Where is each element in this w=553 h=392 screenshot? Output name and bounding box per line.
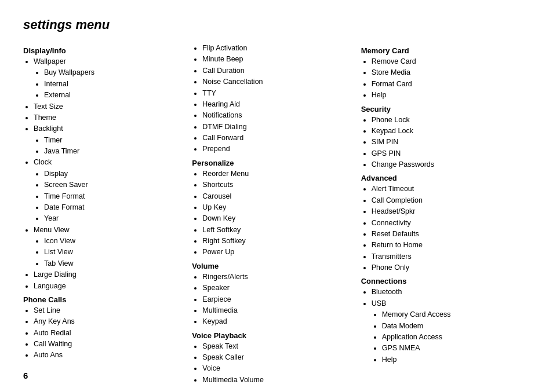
list-item: Right Softkey [202, 236, 355, 247]
list-item: TTY [202, 88, 355, 99]
list-item: Set Line [34, 305, 186, 316]
page-title: settings menu [23, 17, 530, 32]
list-item: Large Dialing [34, 269, 186, 280]
list-item: Tab View [44, 258, 186, 269]
list-item: Notifications [202, 110, 355, 121]
list-item: List View [44, 247, 186, 258]
list-item: Speak Text [202, 341, 355, 352]
section-title: Advanced [361, 174, 524, 182]
list-item: Up Key [202, 202, 355, 213]
list-item: Speaker [202, 283, 355, 294]
list-item: Help [382, 354, 524, 365]
list-item: Minute Beep [202, 54, 355, 65]
section-title: Display/Info [23, 46, 186, 55]
section-title: Memory Card [361, 46, 524, 55]
list-item: DTMF Dialing [202, 122, 355, 133]
list-item: Noise Cancellation [202, 76, 355, 87]
list-item: Speak Caller [202, 352, 355, 363]
list-item: Reorder Menu [202, 168, 355, 179]
list-item: Icon View [44, 236, 186, 247]
list-item: Store Media [372, 67, 524, 78]
column-3: Memory CardRemove CardStore MediaFormat … [361, 43, 530, 365]
list-item: Hearing Aid [202, 99, 355, 110]
list-item: Remove Card [372, 56, 524, 67]
column-1: Display/InfoWallpaperBuy WallpapersInter… [23, 43, 192, 361]
list-item: Return to Home [372, 240, 524, 251]
list-item: Any Key Ans [34, 316, 186, 327]
list-item: Left Softkey [202, 225, 355, 236]
list-item: Language [34, 281, 186, 292]
list-item: Date Format [44, 202, 186, 213]
list-item: Auto Ans [34, 350, 186, 361]
content-area: Display/InfoWallpaperBuy WallpapersInter… [23, 43, 530, 386]
list-item: Ringers/Alerts [202, 272, 355, 283]
section-title: Security [361, 105, 524, 113]
list-item: Buy Wallpapers [44, 67, 186, 78]
list-item: Headset/Spkr [372, 206, 524, 217]
list-item: Voice [202, 363, 355, 374]
list-item: Call Waiting [34, 339, 186, 350]
list-item: Transmitters [372, 251, 524, 262]
list-item: Application Access [382, 332, 524, 343]
list-item: Prepend [202, 144, 355, 155]
list-item: Auto Redial [34, 328, 186, 339]
list-item: Shortcuts [202, 179, 355, 190]
page-number: 6 [23, 371, 28, 380]
list-item: Java Timer [44, 146, 186, 157]
section-title: Phone Calls [23, 295, 186, 304]
section-title: Voice Playback [192, 331, 355, 340]
list-item: Change Passwords [372, 159, 524, 170]
list-item: Internal [44, 79, 186, 90]
list-item: USBMemory Card AccessData ModemApplicati… [372, 298, 524, 365]
list-item: Display [44, 168, 186, 179]
list-item: Format Card [372, 79, 524, 90]
list-item: Phone Only [372, 262, 524, 273]
list-item: Earpiece [202, 294, 355, 305]
list-item: WallpaperBuy WallpapersInternalExternal [34, 56, 186, 101]
list-item: Reset Defaults [372, 229, 524, 240]
list-item: External [44, 90, 186, 101]
list-item: Power Up [202, 247, 355, 258]
list-item: Time Format [44, 191, 186, 202]
list-item: Data Modem [382, 321, 524, 332]
list-item: Menu ViewIcon ViewList ViewTab View [34, 225, 186, 270]
list-item: Timer [44, 135, 186, 146]
list-item: Alert Timeout [372, 184, 524, 195]
list-item: GPS PIN [372, 148, 524, 159]
section-title: Personalize [192, 159, 355, 167]
list-item: Down Key [202, 213, 355, 224]
list-item: Connectivity [372, 218, 524, 229]
list-item: Keypad [202, 316, 355, 327]
list-item: Multimedia [202, 305, 355, 316]
list-item: Text Size [34, 101, 186, 112]
list-item: ClockDisplayScreen SaverTime FormatDate … [34, 157, 186, 224]
list-item: Screen Saver [44, 179, 186, 190]
list-item: Bluetooth [372, 287, 524, 298]
list-item: Year [44, 213, 186, 224]
list-item: Flip Activation [202, 43, 355, 54]
list-item: Theme [34, 112, 186, 123]
list-item: BacklightTimerJava Timer [34, 123, 186, 157]
list-item: Help [372, 90, 524, 101]
list-item: GPS NMEA [382, 343, 524, 354]
column-2: Flip ActivationMinute BeepCall DurationN… [192, 43, 361, 386]
list-item: Phone Lock [372, 115, 524, 126]
list-item: Carousel [202, 191, 355, 202]
section-title: Volume [192, 262, 355, 270]
list-item: SIM PIN [372, 137, 524, 148]
list-item: Multimedia Volume [202, 375, 355, 386]
list-item: Memory Card Access [382, 309, 524, 320]
list-item: Call Completion [372, 195, 524, 206]
list-item: Keypad Lock [372, 126, 524, 137]
list-item: Call Duration [202, 65, 355, 76]
section-title: Connections [361, 277, 524, 285]
list-item: Call Forward [202, 133, 355, 144]
